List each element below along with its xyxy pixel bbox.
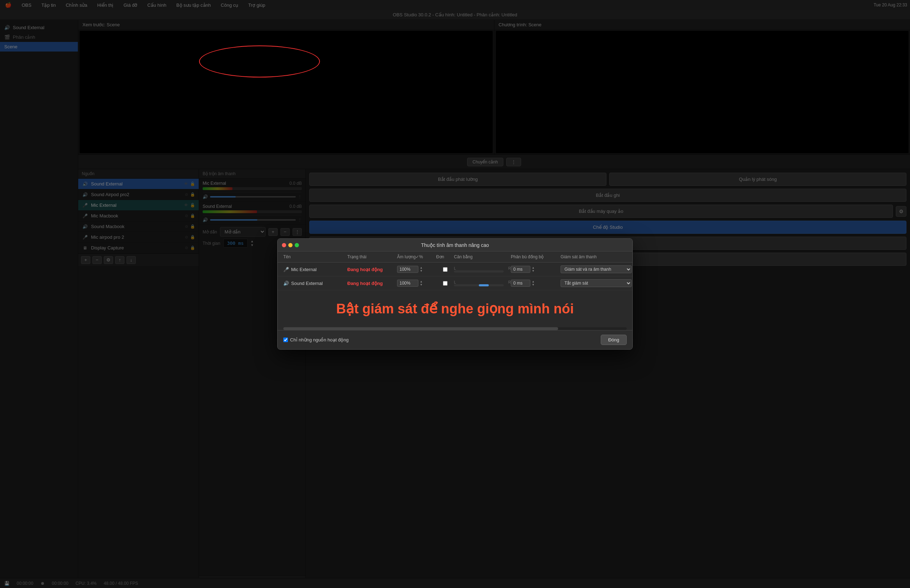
- balance-l-label: L: [454, 267, 456, 270]
- modal-overlay: Thuộc tính âm thanh nâng cao Tên Trạng t…: [0, 0, 910, 588]
- row2-name: Sound External: [291, 281, 323, 286]
- row1-status: Đang hoạt động: [347, 267, 397, 272]
- row1-volume-spinner[interactable]: ▲ ▼: [420, 267, 423, 273]
- row2-volume-spinner[interactable]: ▲ ▼: [420, 280, 423, 286]
- row1-mono-checkbox[interactable]: [443, 267, 447, 272]
- row2-name-cell: 🔊 Sound External: [283, 281, 347, 286]
- col-sync: Phân bù đồng bộ: [511, 254, 560, 259]
- row1-monitor-cell: Giám sát và ra âm thanh Tắt giám sát: [560, 265, 633, 273]
- row2-delay-input[interactable]: [511, 279, 530, 287]
- table-row-mic-external: 🎤 Mic External Đang hoạt động ▲ ▼ LR: [278, 263, 632, 276]
- row1-volume-input[interactable]: [397, 266, 418, 273]
- balance2-r-label: R: [508, 280, 511, 284]
- row2-balance-fill: [479, 284, 489, 286]
- row2-mono-cell: [436, 281, 454, 286]
- row2-mono-checkbox[interactable]: [443, 281, 447, 286]
- col-status: Trạng thái: [347, 254, 397, 259]
- row2-volume-input[interactable]: [397, 279, 418, 287]
- active-only-label: Chỉ những nguồn hoạt động: [290, 337, 349, 342]
- modal-traffic-lights: [282, 243, 299, 247]
- modal-table-header: Tên Trạng thái Âm lượng✓% Đơn Cân bằng P…: [278, 252, 632, 263]
- row2-monitor-select[interactable]: Giám sát và ra âm thanh Tắt giám sát: [560, 279, 631, 287]
- balance2-l-label: L: [454, 280, 456, 284]
- row1-delay-spinner[interactable]: ▲ ▼: [532, 267, 534, 273]
- modal-scrollbar-thumb[interactable]: [283, 327, 558, 330]
- col-balance: Cân bằng: [454, 254, 511, 259]
- row2-delay-down[interactable]: ▼: [532, 284, 534, 286]
- row2-balance-cell: LR: [454, 280, 511, 286]
- row2-delay-spinner[interactable]: ▲ ▼: [532, 280, 534, 286]
- row1-monitor-select[interactable]: Giám sát và ra âm thanh Tắt giám sát: [560, 265, 631, 273]
- modal-fullscreen-traffic-light[interactable]: [295, 243, 299, 247]
- col-name: Tên: [283, 254, 347, 259]
- row1-vol-up[interactable]: ▲: [420, 267, 423, 269]
- row1-volume-cell: ▲ ▼: [397, 266, 436, 273]
- mic-external-icon: 🎤: [283, 267, 289, 272]
- row1-balance-bar[interactable]: [454, 270, 504, 273]
- row2-delay-cell: ▲ ▼: [511, 279, 560, 287]
- row1-delay-cell: ▲ ▼: [511, 266, 560, 273]
- row2-status: Đang hoạt động: [347, 281, 397, 286]
- col-monitor: Giám sát âm thanh: [560, 254, 633, 259]
- row2-vol-up[interactable]: ▲: [420, 280, 423, 283]
- table-row-sound-external: 🔊 Sound External Đang hoạt động ▲ ▼ LR: [278, 276, 632, 290]
- modal-close-traffic-light[interactable]: [282, 243, 286, 247]
- modal-footer: Chỉ những nguồn hoạt động Đóng: [278, 330, 632, 349]
- row1-delay-up[interactable]: ▲: [532, 267, 534, 269]
- footer-active-only: Chỉ những nguồn hoạt động: [283, 337, 349, 342]
- modal-annotation-text: Bật giám sát để nghe giọng mình nói: [278, 290, 632, 327]
- row1-name-cell: 🎤 Mic External: [283, 267, 347, 272]
- modal-minimize-traffic-light[interactable]: [288, 243, 293, 247]
- active-only-checkbox[interactable]: [283, 338, 288, 342]
- col-volume: Âm lượng✓%: [397, 254, 436, 259]
- row1-delay-input[interactable]: [511, 266, 530, 273]
- modal-title: Thuộc tính âm thanh nâng cao: [421, 242, 489, 248]
- row2-vol-down[interactable]: ▼: [420, 284, 423, 286]
- col-mono: Đơn: [436, 254, 454, 259]
- row2-volume-cell: ▲ ▼: [397, 279, 436, 287]
- row2-balance-bar[interactable]: [454, 284, 504, 286]
- row1-delay-down[interactable]: ▼: [532, 270, 534, 273]
- modal-advanced-audio: Thuộc tính âm thanh nâng cao Tên Trạng t…: [277, 238, 633, 350]
- modal-close-button[interactable]: Đóng: [601, 335, 627, 345]
- balance-r-label: R: [508, 267, 511, 270]
- modal-titlebar: Thuộc tính âm thanh nâng cao: [278, 239, 632, 252]
- sound-external-icon: 🔊: [283, 281, 289, 286]
- row1-balance-cell: LR: [454, 267, 511, 273]
- row1-vol-down[interactable]: ▼: [420, 270, 423, 273]
- row1-mono-cell: [436, 267, 454, 272]
- row2-delay-up[interactable]: ▲: [532, 280, 534, 283]
- row2-monitor-cell: Giám sát và ra âm thanh Tắt giám sát: [560, 279, 633, 287]
- modal-scrollbar[interactable]: [283, 327, 627, 330]
- row1-name: Mic External: [291, 267, 317, 272]
